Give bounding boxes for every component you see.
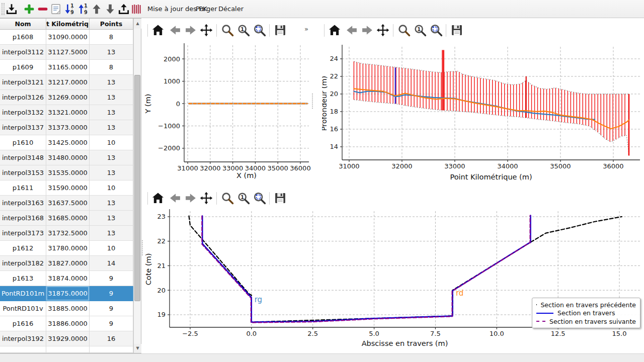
profil-back-button[interactable] xyxy=(345,23,359,37)
sort-desc-button[interactable]: 19 xyxy=(63,3,76,16)
profil-plot-canvas[interactable]: 3100032000330003400035000360001416182022… xyxy=(322,39,644,186)
table-row[interactable]: p161231780.000010 xyxy=(0,241,133,256)
cell-pk[interactable]: 31874.0000 xyxy=(46,271,90,286)
toolbar-drag-handle[interactable] xyxy=(2,3,5,15)
add-button[interactable] xyxy=(23,3,36,16)
cell-points[interactable]: 9 xyxy=(90,286,133,301)
cell-nom[interactable]: interpol3126 xyxy=(0,90,46,105)
cell-nom[interactable]: interpol3121 xyxy=(0,75,46,90)
cell-nom[interactable]: interpol3182 xyxy=(0,256,46,271)
cell-pk[interactable]: 31373.0000 xyxy=(46,120,90,135)
cell-points[interactable]: 10 xyxy=(90,180,133,196)
profil-zoom-one-button[interactable]: 1 xyxy=(413,23,427,37)
table-row[interactable]: interpol313731373.000013 xyxy=(0,120,133,135)
cell-nom[interactable]: p1613 xyxy=(0,271,46,286)
cell-nom[interactable]: interpol3148 xyxy=(0,150,46,165)
cell-pk[interactable]: 31480.0000 xyxy=(46,150,90,165)
table-row[interactable]: p161131590.000010 xyxy=(0,180,133,196)
profil-pan-button[interactable] xyxy=(376,23,390,37)
section-zoom-select-button[interactable] xyxy=(253,191,267,205)
cell-pk[interactable]: 31732.5000 xyxy=(46,226,90,241)
table-row[interactable]: interpol314831480.000013 xyxy=(0,150,133,165)
cell-nom[interactable]: p1611 xyxy=(0,180,46,196)
cell-pk[interactable]: 31590.0000 xyxy=(46,180,90,196)
toolbar-overflow-chevron[interactable]: » xyxy=(304,25,308,33)
cell-nom[interactable]: interpol3173 xyxy=(0,226,46,241)
column-header-2[interactable]: Points xyxy=(90,19,133,30)
cell-pk[interactable]: 31685.0000 xyxy=(46,211,90,226)
section-forward-button[interactable] xyxy=(184,191,198,205)
table-row[interactable]: p160931165.00008 xyxy=(0,60,133,75)
cell-nom[interactable]: interpol3168 xyxy=(0,211,46,226)
plan-zoom-one-button[interactable]: 1 xyxy=(236,23,251,37)
notes-button[interactable] xyxy=(49,3,62,16)
cell-nom[interactable]: interpol3112 xyxy=(0,45,46,60)
cell-points[interactable]: 8 xyxy=(90,60,133,75)
cell-points[interactable]: 9 xyxy=(90,271,133,286)
cell-nom[interactable]: p1610 xyxy=(0,135,46,150)
cell-points[interactable]: 13 xyxy=(90,105,133,120)
cell-pk[interactable]: 31090.0000 xyxy=(46,30,90,45)
cell-nom[interactable]: interpol3137 xyxy=(0,120,46,135)
cell-pk[interactable]: 31875.0000 xyxy=(46,286,90,301)
cell-pk[interactable]: 31269.0000 xyxy=(46,90,90,105)
cell-pk[interactable]: 31885.0000 xyxy=(46,301,90,316)
table-row[interactable]: p161631886.00009 xyxy=(0,316,133,331)
cell-pk[interactable]: 31637.5000 xyxy=(46,196,90,211)
profil-zoom-select-button[interactable] xyxy=(429,23,443,37)
plan-zoom-select-button[interactable] xyxy=(253,23,267,37)
table-row[interactable]: interpol319231929.000016 xyxy=(0,331,133,346)
plan-home-button[interactable] xyxy=(151,23,165,37)
cell-nom[interactable]: interpol3132 xyxy=(0,105,46,120)
profil-forward-button[interactable] xyxy=(360,23,374,37)
section-home-button[interactable] xyxy=(151,191,165,205)
profil-zoom-button[interactable] xyxy=(397,23,411,37)
sections-button[interactable] xyxy=(130,3,143,16)
cell-points[interactable]: 16 xyxy=(90,331,133,346)
cell-nom[interactable]: PontRD101m xyxy=(0,286,46,301)
profil-home-button[interactable] xyxy=(328,23,342,37)
cell-pk[interactable]: 31886.0000 xyxy=(46,316,90,331)
cell-nom[interactable]: PontRD101v xyxy=(0,301,46,316)
import-button[interactable] xyxy=(5,3,18,16)
export-button[interactable] xyxy=(117,3,130,16)
toolbar-action-2[interactable]: Décaler xyxy=(213,0,249,18)
cell-nom[interactable]: p1608 xyxy=(0,30,46,45)
section-pan-button[interactable] xyxy=(199,191,213,205)
splitter-table-plots[interactable] xyxy=(142,240,144,255)
table-row[interactable]: interpol316331637.500013 xyxy=(0,196,133,211)
sort-asc-button[interactable]: 19 xyxy=(76,3,90,16)
table-row[interactable]: interpol318231827.000014 xyxy=(0,256,133,271)
cell-points[interactable]: 9 xyxy=(90,316,133,331)
cell-pk[interactable]: 31929.0000 xyxy=(46,331,90,346)
cell-points[interactable]: 14 xyxy=(90,256,133,271)
scrollbar-down-button[interactable]: ▼ xyxy=(134,344,141,353)
section-back-button[interactable] xyxy=(168,191,182,205)
cell-nom[interactable]: p1609 xyxy=(0,60,46,75)
cell-points[interactable]: 13 xyxy=(90,75,133,90)
scrollbar-thumb[interactable] xyxy=(134,75,140,301)
table-row[interactable]: p161331874.00009 xyxy=(0,271,133,286)
section-plot-canvas[interactable]: −2.50.02.55.07.510.012.515.01920212223Ab… xyxy=(144,206,644,353)
cell-points[interactable]: 13 xyxy=(90,211,133,226)
column-header-1[interactable]: t Kilométriqu xyxy=(46,19,90,30)
table-row[interactable]: interpol312131217.000013 xyxy=(0,75,133,90)
section-save-button[interactable] xyxy=(273,191,287,205)
cell-points[interactable]: 13 xyxy=(90,226,133,241)
cell-pk[interactable]: 31127.5000 xyxy=(46,45,90,60)
cell-points[interactable]: 9 xyxy=(90,301,133,316)
cell-pk[interactable]: 31827.0000 xyxy=(46,256,90,271)
table-row[interactable]: interpol317331732.500013 xyxy=(0,226,133,241)
cell-nom[interactable]: interpol3163 xyxy=(0,196,46,211)
cell-points[interactable]: 13 xyxy=(90,120,133,135)
cell-points[interactable]: 10 xyxy=(90,135,133,150)
table-scrollbar[interactable]: ▲ ▼ xyxy=(133,19,141,353)
plan-zoom-button[interactable] xyxy=(220,23,234,37)
cell-pk[interactable]: 31165.0000 xyxy=(46,60,90,75)
plan-save-button[interactable] xyxy=(273,23,287,37)
table-row[interactable]: interpol316831685.000013 xyxy=(0,211,133,226)
cell-points[interactable]: 8 xyxy=(90,30,133,45)
table-row[interactable]: interpol313231321.000013 xyxy=(0,105,133,120)
cell-pk[interactable]: 31321.0000 xyxy=(46,105,90,120)
cell-pk[interactable]: 31780.0000 xyxy=(46,241,90,256)
